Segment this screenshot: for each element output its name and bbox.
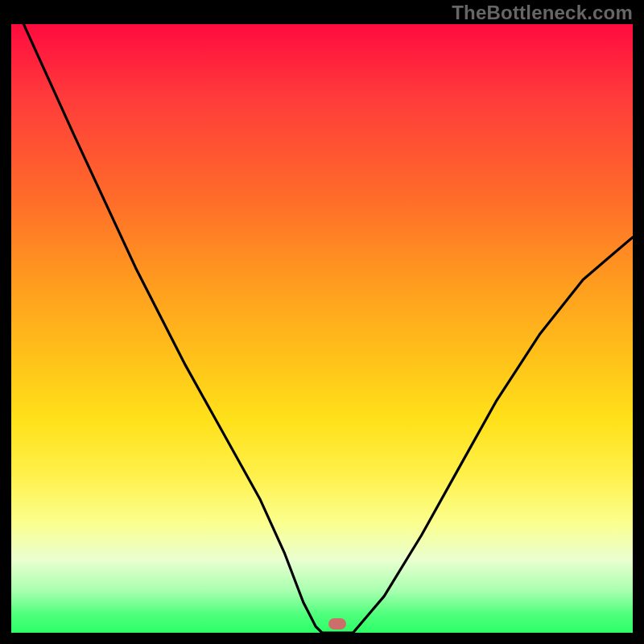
curve-path xyxy=(23,24,633,633)
chart-frame: TheBottleneck.com xyxy=(0,0,644,644)
plot-area xyxy=(11,24,633,633)
optimal-point-marker xyxy=(328,618,346,630)
bottleneck-curve xyxy=(11,24,633,633)
watermark-label: TheBottleneck.com xyxy=(452,2,633,24)
